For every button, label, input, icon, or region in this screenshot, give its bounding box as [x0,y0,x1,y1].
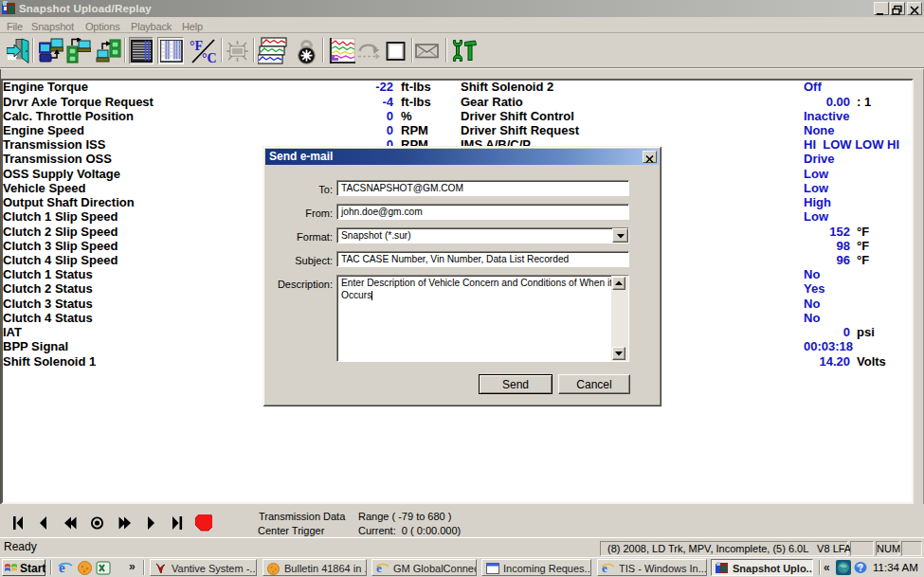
svg-text:e: e [59,560,65,575]
svg-text:?: ? [858,563,863,573]
svg-text:°C: °C [202,51,217,64]
